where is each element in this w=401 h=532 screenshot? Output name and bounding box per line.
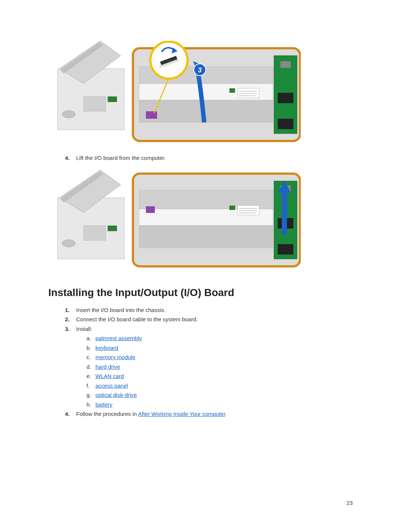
link-keyboard[interactable]: keyboard [95, 345, 118, 351]
link-optical-disk-drive[interactable]: optical disk-drive [95, 392, 137, 398]
step-body: Follow the procedures in After Working I… [76, 409, 353, 419]
substep-letter: f. [87, 381, 95, 391]
link-after-working-inside[interactable]: After Working Inside Your computer [138, 411, 225, 417]
remove-step-4: 4. Lift the I/O board from the computer. [65, 154, 353, 162]
install-substeps: a.palmrest assembly b.keyboard c.memory … [87, 334, 353, 409]
svg-point-31 [62, 240, 75, 247]
substep-c: c.memory module [87, 352, 353, 362]
substep-letter: d. [87, 362, 95, 372]
link-hard-drive[interactable]: hard drive [95, 364, 120, 370]
svg-rect-36 [139, 226, 273, 248]
svg-rect-47 [229, 206, 235, 210]
step-number: 4. [65, 409, 76, 419]
svg-rect-4 [84, 96, 106, 111]
step-text-suffix: . [225, 411, 227, 417]
step-text-prefix: Follow the procedures in [76, 411, 138, 417]
step-number: 2. [65, 315, 76, 324]
substep-b: b.keyboard [87, 343, 353, 353]
substep-letter: g. [87, 390, 95, 400]
step-text: Lift the I/O board from the computer. [76, 154, 353, 162]
step-text: Install: [76, 326, 92, 332]
svg-text:3: 3 [198, 66, 202, 74]
substep-h: h.battery [87, 400, 353, 410]
step-text: Insert the I/O board into the chassis. [76, 305, 353, 315]
figure-remove-cable: 3 [48, 41, 353, 145]
install-step-4: 4. Follow the procedures in After Workin… [65, 409, 353, 419]
step-number: 3. [65, 324, 76, 410]
svg-rect-19 [229, 88, 235, 93]
svg-point-3 [62, 111, 75, 118]
substep-a: a.palmrest assembly [87, 334, 353, 343]
svg-rect-43 [238, 206, 259, 215]
link-access-panel[interactable]: access panel [95, 382, 128, 389]
step-number: 1. [65, 305, 76, 315]
page-container: 3 4. Lift the I/O board from the compute… [0, 0, 401, 532]
svg-rect-14 [278, 119, 293, 129]
step-body: Install: a.palmrest assembly b.keyboard … [76, 324, 353, 410]
substep-letter: a. [87, 334, 95, 343]
svg-rect-10 [146, 111, 157, 119]
link-memory-module[interactable]: memory module [95, 354, 136, 360]
step-text: Connect the I/O board cable to the syste… [76, 315, 353, 324]
link-wlan-card[interactable]: WLAN card [95, 373, 124, 379]
install-step-2: 2. Connect the I/O board cable to the sy… [65, 315, 353, 324]
svg-rect-5 [108, 96, 117, 102]
substep-letter: c. [87, 352, 95, 362]
svg-rect-38 [146, 206, 155, 213]
svg-rect-15 [238, 88, 259, 98]
substep-g: g.optical disk-drive [87, 390, 353, 400]
substep-d: d.hard drive [87, 362, 353, 372]
link-battery[interactable]: battery [95, 401, 113, 408]
substep-letter: e. [87, 371, 95, 381]
svg-rect-12 [280, 61, 291, 68]
substep-f: f.access panel [87, 381, 353, 391]
install-step-1: 1. Insert the I/O board into the chassis… [65, 305, 353, 315]
substep-letter: b. [87, 343, 95, 353]
section-heading: Installing the Input/Output (I/O) Board [48, 287, 353, 299]
substep-e: e.WLAN card [87, 371, 353, 381]
page-number: 23 [346, 500, 353, 506]
install-step-3: 3. Install: a.palmrest assembly b.keyboa… [65, 324, 353, 410]
link-palmrest-assembly[interactable]: palmrest assembly [95, 335, 142, 341]
svg-rect-32 [84, 226, 106, 240]
svg-rect-42 [278, 244, 293, 254]
svg-rect-13 [278, 93, 293, 103]
step-number: 4. [65, 154, 76, 162]
figure-lift-board [48, 170, 353, 270]
substep-letter: h. [87, 400, 95, 410]
svg-rect-33 [108, 226, 117, 231]
install-steps-list: 1. Insert the I/O board into the chassis… [65, 305, 353, 419]
